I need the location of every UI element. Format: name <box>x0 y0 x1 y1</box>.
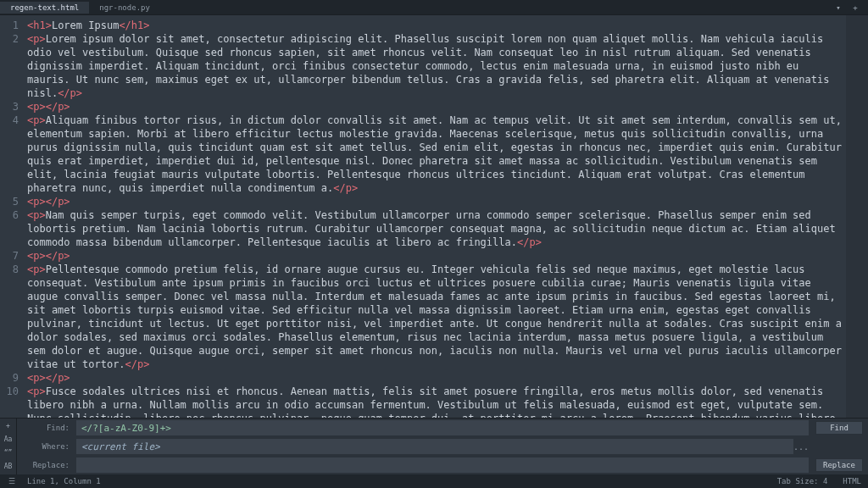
find-input[interactable] <box>76 420 809 435</box>
where-input[interactable] <box>76 439 793 454</box>
status-tabsize[interactable]: Tab Size: 4 <box>777 477 828 485</box>
where-more-button[interactable]: ... <box>793 442 809 452</box>
tab-active[interactable]: regen-text.html <box>0 2 89 14</box>
code-content[interactable]: <h1>Lorem Ipsum</h1><p>Lorem ipsum dolor… <box>24 15 846 418</box>
status-syntax[interactable]: HTML <box>843 477 861 485</box>
line-gutter: 12345678910 <box>0 15 24 418</box>
status-bar: ☰ Line 1, Column 1 Tab Size: 4 HTML <box>0 474 868 488</box>
chevron-down-icon[interactable]: ▾ <box>832 2 844 14</box>
find-button[interactable]: Find <box>815 421 863 435</box>
plus-tab-icon[interactable]: + <box>849 2 861 14</box>
replace-label: Replace: <box>17 461 76 469</box>
find-all-icon[interactable]: AB <box>3 461 14 471</box>
find-replace-panel: + Aa “” AB Find: Find Where: ... R <box>0 418 868 474</box>
where-label: Where: <box>17 442 76 451</box>
find-word-icon[interactable]: “” <box>3 447 14 458</box>
tab-other[interactable]: ngr-node.py <box>89 2 160 14</box>
minimap[interactable] <box>846 15 868 418</box>
editor-area[interactable]: 12345678910 <h1>Lorem Ipsum</h1><p>Lorem… <box>0 15 868 418</box>
find-case-icon[interactable]: Aa <box>3 434 14 444</box>
find-add-icon[interactable]: + <box>3 420 14 430</box>
replace-button[interactable]: Replace <box>815 458 863 472</box>
tab-bar: regen-text.html ngr-node.py ▾ + <box>0 0 868 15</box>
find-label: Find: <box>17 424 76 432</box>
status-position: Line 1, Column 1 <box>27 477 101 485</box>
menu-icon[interactable]: ☰ <box>7 477 17 485</box>
replace-input[interactable] <box>76 458 809 473</box>
